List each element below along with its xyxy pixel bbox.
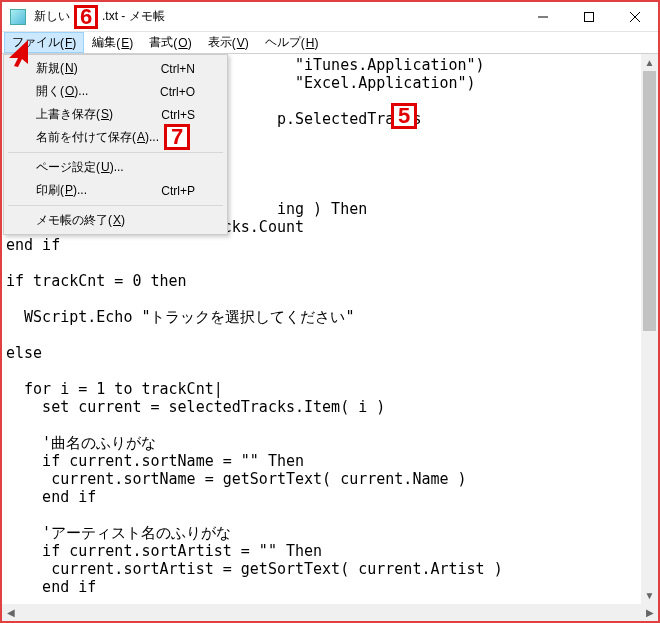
app-icon (10, 9, 26, 25)
menu-item-save[interactable]: 上書き保存(S) Ctrl+S (6, 103, 225, 126)
scroll-left-icon[interactable]: ◀ (2, 604, 19, 621)
annotation-7: 7 (164, 124, 190, 150)
menu-item-exit[interactable]: メモ帳の終了(X) (6, 209, 225, 232)
file-menu-dropdown: 新規(N) Ctrl+N 開く(O)... Ctrl+O 上書き保存(S) Ct… (3, 54, 228, 235)
annotation-5: 5 (391, 103, 417, 129)
maximize-button[interactable] (566, 2, 612, 32)
menu-edit[interactable]: 編集(E) (84, 32, 141, 53)
scroll-right-icon[interactable]: ▶ (641, 604, 658, 621)
menubar: ファイル(F) 編集(E) 書式(O) 表示(V) ヘルプ(H) (2, 32, 658, 53)
menu-item-saveas[interactable]: 名前を付けて保存(A)... (6, 126, 225, 149)
titlebar[interactable]: 新しい 6 .txt - メモ帳 (2, 2, 658, 32)
scroll-up-icon[interactable]: ▲ (641, 54, 658, 71)
minimize-button[interactable] (520, 2, 566, 32)
menu-separator (8, 205, 223, 206)
client-area: "iTunes.Application") "Excel.Application… (2, 53, 658, 621)
menu-format[interactable]: 書式(O) (141, 32, 199, 53)
menu-help[interactable]: ヘルプ(H) (257, 32, 327, 53)
vertical-scrollbar[interactable]: ▲ ▼ (641, 54, 658, 604)
menu-item-open[interactable]: 開く(O)... Ctrl+O (6, 80, 225, 103)
menu-item-new[interactable]: 新規(N) Ctrl+N (6, 57, 225, 80)
window-title-suffix: .txt - メモ帳 (100, 8, 167, 25)
menu-separator (8, 152, 223, 153)
menu-item-print[interactable]: 印刷(P)... Ctrl+P (6, 179, 225, 202)
svg-rect-1 (585, 12, 594, 21)
menu-view[interactable]: 表示(V) (200, 32, 257, 53)
close-button[interactable] (612, 2, 658, 32)
cursor-arrow-icon (5, 38, 31, 68)
svg-marker-4 (9, 40, 28, 67)
annotation-6: 6 (74, 5, 98, 29)
menu-item-page-setup[interactable]: ページ設定(U)... (6, 156, 225, 179)
window-title-prefix: 新しい (32, 8, 72, 25)
scroll-down-icon[interactable]: ▼ (641, 587, 658, 604)
scroll-thumb[interactable] (643, 71, 656, 331)
notepad-window: 新しい 6 .txt - メモ帳 ファイル(F) 編集(E) 書式(O) 表示(… (2, 2, 658, 621)
horizontal-scrollbar[interactable]: ◀ ▶ (2, 604, 658, 621)
